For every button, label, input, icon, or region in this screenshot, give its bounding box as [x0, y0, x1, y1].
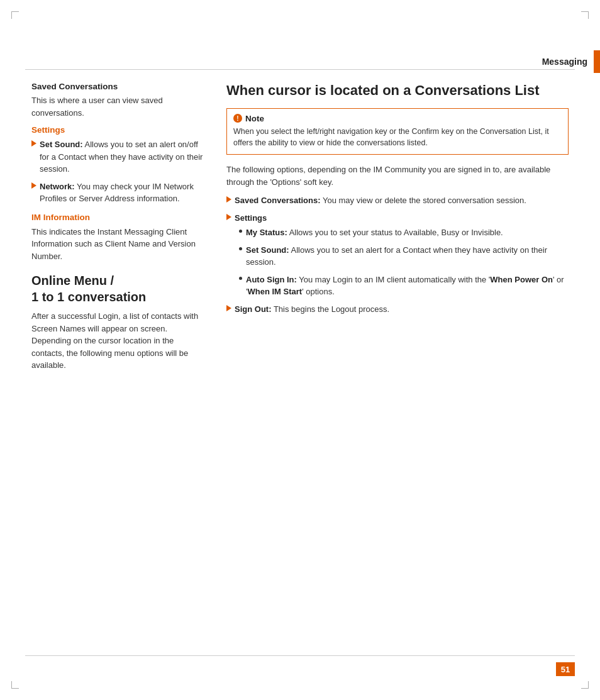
- set-sound-sub-label: Set Sound:: [246, 245, 289, 255]
- saved-conv-bullet-text: Saved Conversations: You may view or del…: [235, 194, 526, 207]
- im-information-body: This indicates the Instant Messaging Cli…: [31, 226, 208, 263]
- circle-bullet-3: [239, 277, 242, 280]
- note-title: ! Note: [233, 114, 562, 123]
- set-sound-text: Set Sound: Allows you to set an alert on…: [40, 138, 208, 175]
- arrow-icon-5: [226, 305, 231, 311]
- my-status-label: My Status:: [246, 228, 287, 237]
- my-status-text: My Status: Allows you to set your status…: [246, 226, 503, 239]
- circle-bullet-1: [239, 230, 242, 233]
- saved-conversations-section: Saved Conversations This is where a user…: [31, 82, 208, 119]
- saved-conv-bullet-label: Saved Conversations:: [235, 196, 321, 205]
- network-label: Network:: [40, 182, 75, 191]
- set-sound-label: Set Sound:: [40, 140, 83, 149]
- when-power-on: When Power On: [490, 275, 553, 284]
- settings-heading: Settings: [31, 125, 208, 135]
- auto-sign-in-sub: Auto Sign In: You may Login to an IM cli…: [239, 274, 569, 298]
- saved-conversations-heading: Saved Conversations: [31, 82, 208, 91]
- online-menu-body: After a successful Login, a list of cont…: [31, 310, 208, 372]
- set-sound-sub-text: Set Sound: Allows you to set an alert fo…: [246, 244, 569, 269]
- im-information-section: IM Information This indicates the Instan…: [31, 213, 208, 263]
- settings-bullet-label: Settings: [235, 212, 267, 225]
- bottom-divider: [25, 655, 575, 656]
- note-box: ! Note When you select the left/right na…: [226, 108, 569, 155]
- auto-sign-in-text: Auto Sign In: You may Login to an IM cli…: [246, 274, 569, 298]
- circle-bullet-2: [239, 247, 242, 250]
- settings-sub-bullets: My Status: Allows you to set your status…: [226, 226, 569, 298]
- online-menu-section: Online Menu /1 to 1 conversation After a…: [31, 272, 208, 372]
- my-status-sub: My Status: Allows you to set your status…: [239, 226, 569, 239]
- auto-sign-in-label: Auto Sign In:: [246, 275, 297, 284]
- page: Messaging Saved Conversations This is wh…: [0, 0, 600, 700]
- main-content: Saved Conversations This is where a user…: [31, 82, 569, 637]
- when-im-start: When IM Start: [247, 287, 302, 296]
- arrow-icon-2: [31, 182, 36, 189]
- set-sound-sub: Set Sound: Allows you to set an alert fo…: [239, 244, 569, 269]
- settings-label: Settings: [235, 213, 267, 223]
- saved-conv-bullet: Saved Conversations: You may view or del…: [226, 194, 569, 207]
- note-text: When you select the left/right navigatio…: [233, 126, 562, 150]
- corner-mark-bl: [11, 681, 19, 689]
- sign-out-bullet: Sign Out: This begins the Logout process…: [226, 303, 569, 316]
- set-sound-bullet: Set Sound: Allows you to set an alert on…: [31, 138, 208, 175]
- arrow-icon-3: [226, 196, 231, 203]
- settings-bullet: Settings: [226, 212, 569, 225]
- right-column: When cursor is located on a Conversation…: [226, 82, 569, 637]
- sign-out-text: Sign Out: This begins the Logout process…: [235, 303, 389, 316]
- header-title: Messaging: [542, 57, 587, 67]
- online-menu-heading: Online Menu /1 to 1 conversation: [31, 272, 208, 305]
- corner-mark-tr: [581, 11, 589, 19]
- network-bullet: Network: You may check your IM Network P…: [31, 181, 208, 205]
- main-heading: When cursor is located on a Conversation…: [226, 82, 569, 99]
- arrow-icon-4: [226, 214, 231, 220]
- im-information-heading: IM Information: [31, 213, 208, 222]
- intro-text: The following options, depending on the …: [226, 164, 569, 188]
- note-icon: !: [233, 114, 242, 123]
- corner-mark-tl: [11, 11, 19, 19]
- saved-conversations-body: This is where a user can view saved conv…: [31, 94, 208, 119]
- page-number: 51: [556, 662, 575, 676]
- corner-mark-br: [581, 681, 589, 689]
- left-column: Saved Conversations This is where a user…: [31, 82, 208, 637]
- note-label: Note: [245, 114, 264, 123]
- network-text: Network: You may check your IM Network P…: [40, 181, 208, 205]
- sign-out-label: Sign Out:: [235, 304, 272, 314]
- settings-section: Settings Set Sound: Allows you to set an…: [31, 125, 208, 205]
- top-divider: [25, 69, 575, 70]
- arrow-icon: [31, 140, 36, 147]
- header-accent-bar: [594, 50, 600, 73]
